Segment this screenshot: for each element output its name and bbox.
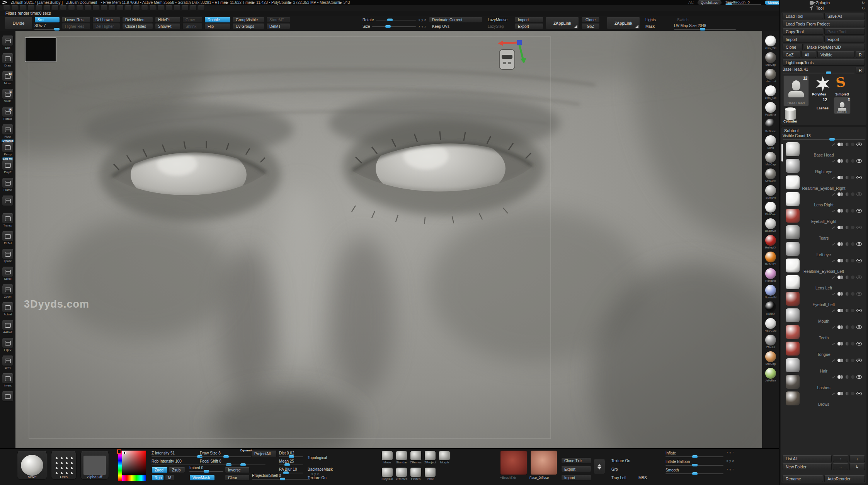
subtool-row[interactable]: Eyeball_Left Eyeball_Left — [783, 291, 865, 307]
smooth-slider[interactable]: Smooth — [665, 468, 723, 474]
tool-r-button[interactable]: R — [856, 67, 865, 73]
dock-item[interactable]: M Move — [0, 68, 15, 85]
clear-button[interactable]: Clear — [225, 475, 250, 481]
menu-item[interactable] — [52, 5, 59, 10]
visibility-eye-icon[interactable] — [856, 342, 862, 345]
quicksave-button[interactable]: QuickSave — [697, 0, 722, 5]
smt-button[interactable]: Smt — [34, 17, 60, 23]
sculpt-toggle-icon[interactable] — [832, 392, 835, 395]
menu-item[interactable] — [190, 5, 197, 10]
visibility-eye-icon[interactable] — [856, 359, 862, 362]
uv-toggle-icon[interactable] — [846, 192, 849, 196]
delmt-button[interactable]: DelMT — [266, 24, 290, 29]
dock-item[interactable]: Transp — [0, 211, 15, 227]
dock-item[interactable]: AAHalf — [0, 317, 15, 334]
brush-thumb[interactable]: Inflat — [424, 467, 437, 481]
tool-thumb-polymesh-star[interactable] — [815, 76, 831, 92]
double-button[interactable]: Double — [204, 17, 231, 23]
brush-toggle-icon[interactable] — [851, 226, 854, 229]
inverse-button[interactable]: Inverse — [225, 467, 250, 473]
keep-uvs-button[interactable]: Keep UVs — [429, 24, 482, 29]
brush-toggle-icon[interactable] — [851, 309, 854, 312]
subtool-row[interactable]: Lens Left Lens Left — [783, 274, 865, 291]
visibility-eye-icon[interactable] — [856, 292, 862, 296]
uv-toggle-icon[interactable] — [846, 392, 849, 395]
grp-button[interactable]: Grp — [608, 466, 626, 472]
decimate-current-button[interactable]: Decimate Current — [429, 17, 482, 23]
focal-shift-slider[interactable]: Focal Shift 0 — [200, 459, 266, 465]
uv-toggle-icon[interactable] — [846, 342, 849, 345]
import-button[interactable]: Import — [515, 17, 543, 23]
subtool-row[interactable]: Lens Right Lens Right — [783, 191, 865, 208]
goz-button[interactable]: GoZ — [581, 24, 600, 29]
dock-item[interactable]: Flip V — [0, 335, 15, 352]
visibility-eye-icon[interactable] — [856, 375, 862, 379]
menu-item[interactable] — [60, 5, 67, 10]
polypaint-toggle-icon[interactable] — [837, 325, 844, 329]
rotate-axis-marks[interactable]: x y z — [419, 17, 426, 23]
material-item[interactable]: BumpVi — [764, 184, 777, 200]
sculpt-toggle-icon[interactable] — [832, 209, 835, 212]
brush-toggle-icon[interactable] — [851, 259, 854, 262]
import-tool-button[interactable]: Import — [783, 36, 823, 43]
backfacemask-button[interactable]: BackfaceMask — [305, 466, 335, 472]
material-item[interactable]: Outline — [764, 301, 777, 317]
dock-item[interactable]: Invers — [0, 371, 15, 387]
polypaint-toggle-icon[interactable] — [837, 375, 844, 379]
uv-groups-button[interactable]: Uv Groups — [233, 24, 264, 29]
load-tool-button[interactable]: Load Tool — [783, 13, 823, 19]
zplugin-header[interactable]: Zplugin ↻ — [779, 0, 868, 5]
brush-thumb[interactable]: Standar — [395, 451, 408, 464]
rename-button[interactable]: Rename — [783, 475, 823, 482]
hue-strip-vertical[interactable] — [118, 451, 122, 481]
tool-refresh-icon[interactable]: ↻ — [862, 6, 865, 10]
brush-thumb[interactable]: Move — [381, 451, 394, 464]
uv-toggle-icon[interactable] — [846, 242, 849, 246]
flip-texture-icon[interactable] — [594, 459, 605, 474]
material-item[interactable]: HSVColo — [764, 317, 778, 333]
save-as-button[interactable]: Save As — [824, 13, 865, 19]
inflate-balloon-slider[interactable]: Inflate Balloon — [665, 459, 723, 466]
uv-toggle-icon[interactable] — [846, 159, 849, 163]
material-item[interactable]: FastSha — [764, 101, 777, 117]
brush-toggle-icon[interactable] — [851, 143, 854, 146]
material-item[interactable]: zbro_Ski — [764, 85, 777, 100]
inflate-slider[interactable]: Inflate — [665, 451, 723, 457]
sculpt-toggle-icon[interactable] — [832, 293, 835, 295]
lazymouse-button[interactable]: LazyMouse — [485, 17, 512, 23]
visibility-eye-icon[interactable] — [856, 192, 862, 196]
menu-item[interactable] — [100, 5, 107, 10]
material-item[interactable]: ZMetal — [764, 334, 777, 350]
polypaint-toggle-icon[interactable] — [837, 209, 844, 213]
pa-blur-slider[interactable]: PA Blur 10 — [279, 467, 303, 473]
sculpt-toggle-icon[interactable] — [832, 376, 835, 378]
dock-item[interactable]: Draw — [0, 51, 15, 67]
groupvisible-button[interactable]: GroupVisible — [233, 17, 264, 23]
mbs-button[interactable]: MBS — [635, 475, 651, 481]
menu-item[interactable] — [92, 5, 99, 10]
topological-button[interactable]: Topological — [305, 455, 335, 461]
material-item[interactable]: Reflecte — [764, 118, 777, 134]
uv-toggle-icon[interactable] — [846, 143, 849, 146]
sculpt-toggle-icon[interactable] — [832, 193, 835, 196]
mean-slider[interactable]: Mean 25 — [279, 459, 303, 465]
material-item[interactable]: ReflectY — [764, 251, 777, 267]
polypaint-toggle-icon[interactable] — [837, 392, 844, 395]
visibility-eye-icon[interactable] — [856, 226, 862, 229]
menu-item[interactable] — [141, 5, 148, 10]
uv-toggle-icon[interactable] — [846, 292, 849, 296]
menu-item[interactable] — [157, 5, 164, 10]
lights-button[interactable]: Lights — [642, 17, 672, 23]
m-button[interactable]: M — [165, 475, 174, 481]
brush-thumb[interactable]: ZRemes — [395, 467, 408, 481]
inflate-balloon-axis-marks[interactable]: x y z — [727, 459, 734, 462]
menu-item[interactable] — [44, 5, 51, 10]
divide-button[interactable]: Divide — [5, 17, 32, 29]
menu-item[interactable] — [109, 5, 116, 10]
imbed-slider[interactable]: Imbed 0 — [189, 466, 223, 472]
brush-thumb[interactable]: ZProject — [424, 451, 437, 464]
visibility-eye-icon[interactable] — [856, 176, 862, 179]
visibility-eye-icon[interactable] — [856, 143, 862, 146]
material-item[interactable]: JellyBea — [764, 367, 777, 383]
clone-txtr-button[interactable]: Clone Txtr — [561, 458, 591, 464]
